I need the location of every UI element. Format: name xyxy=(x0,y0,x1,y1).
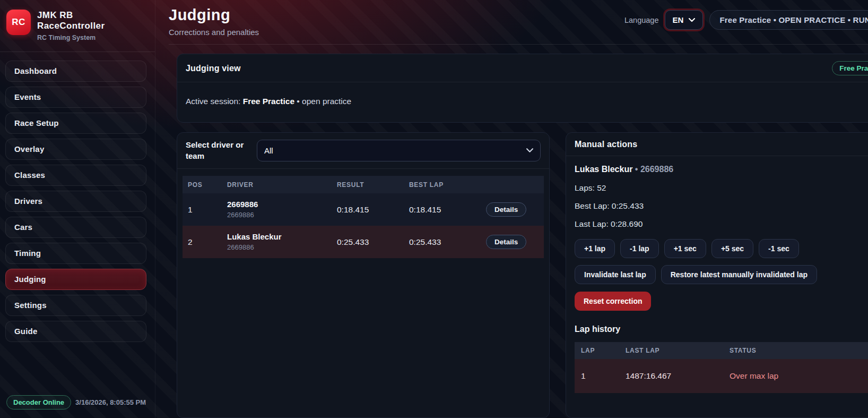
decoder-status-badge: Decoder Online xyxy=(6,395,71,410)
lap-history-header: LAP LAST LAP STATUS xyxy=(575,342,868,359)
header-controls: Language EN Free Practice • OPEN PRACTIC… xyxy=(624,6,868,30)
quick-button-minus1-lap[interactable]: -1 lap xyxy=(620,239,659,258)
judging-view-card: Judging view Free Practice Active sessio… xyxy=(177,54,868,123)
sidebar-nav: DashboardEventsRace SetupOverlayClassesD… xyxy=(0,52,155,347)
laps-stat: Laps: 52 xyxy=(575,183,868,193)
last-lap-stat: Last Lap: 0:28.690 xyxy=(575,219,868,229)
lap-history-row: 1 1487:16.467 Over max lap xyxy=(575,359,868,393)
details-button[interactable]: Details xyxy=(486,235,526,249)
col-lap: LAP xyxy=(581,347,626,354)
judging-view-title: Judging view xyxy=(186,64,241,73)
invalidate-last-lap-button[interactable]: Invalidate last lap xyxy=(575,265,656,284)
chevron-down-icon xyxy=(689,18,695,22)
judging-view-header: Judging view Free Practice xyxy=(177,54,868,82)
sidebar-item-guide[interactable]: Guide xyxy=(5,321,146,342)
sidebar-item-settings[interactable]: Settings xyxy=(5,295,146,316)
brand-title-line1: JMK RB xyxy=(37,10,105,21)
driver-table-row: 2 Lukas Bleckur 2669886 0:25.433 0:25.43… xyxy=(183,226,544,258)
language-select[interactable]: EN xyxy=(665,10,703,30)
page-head: Judging Corrections and penalties xyxy=(169,6,259,37)
driver-filter-row: Select driver or team All xyxy=(177,133,549,169)
logo-text: RC xyxy=(12,17,25,28)
sidebar-item-classes[interactable]: Classes xyxy=(5,165,146,186)
sidebar-item-judging[interactable]: Judging xyxy=(5,269,146,290)
manual-actions-header: Manual actions xyxy=(566,133,868,156)
sidebar-item-events[interactable]: Events xyxy=(5,87,146,108)
page-header: Judging Corrections and penalties Langua… xyxy=(169,6,868,45)
quick-correction-buttons: +1 lap-1 lap+1 sec+5 sec-1 sec xyxy=(575,239,868,258)
driver-filter-label: Select driver or team xyxy=(186,140,248,161)
driver-name: 2669886 xyxy=(227,200,337,210)
col-result: RESULT xyxy=(337,181,409,189)
lap-history-table: LAP LAST LAP STATUS 1 1487:16.467 Over m… xyxy=(575,342,868,393)
sidebar-item-timing[interactable]: Timing xyxy=(5,243,146,264)
language-label: Language xyxy=(624,16,659,24)
col-best-lap: BEST LAP xyxy=(409,181,486,189)
lap-history-title: Lap history xyxy=(575,325,868,334)
app-logo-icon: RC xyxy=(6,10,31,35)
active-session-suffix: • open practice xyxy=(294,97,351,106)
main-area: Judging Corrections and penalties Langua… xyxy=(155,0,868,418)
best-lap-stat: Best Lap: 0:25.433 xyxy=(575,201,868,211)
driver-name: Lukas Bleckur xyxy=(227,232,337,242)
free-practice-badge: Free Practice xyxy=(832,61,868,75)
sidebar-item-dashboard[interactable]: Dashboard xyxy=(5,61,146,82)
col-pos: POS xyxy=(188,181,227,189)
brand-subtitle: RC Timing System xyxy=(37,34,105,42)
sidebar-footer: Decoder Online 3/16/2026, 8:05:55 PM xyxy=(0,395,155,410)
quick-button-plus1-lap[interactable]: +1 lap xyxy=(575,239,615,258)
col-driver: DRIVER xyxy=(227,181,337,189)
page-subtitle: Corrections and penalties xyxy=(169,28,259,37)
col-status: STATUS xyxy=(730,347,868,354)
brand: RC JMK RB RaceController RC Timing Syste… xyxy=(0,8,155,52)
driver-table-row: 1 2669886 2669886 0:18.415 0:18.415 Deta… xyxy=(183,193,544,226)
driver-transponder: 2669886 xyxy=(227,211,337,219)
brand-title-line2: RaceController xyxy=(37,21,105,31)
clock-timestamp: 3/16/2026, 8:05:55 PM xyxy=(75,398,146,406)
quick-button-plus1-sec[interactable]: +1 sec xyxy=(664,239,706,258)
driver-filter-select-value: All xyxy=(264,146,273,155)
sidebar-item-drivers[interactable]: Drivers xyxy=(5,191,146,212)
active-session-line: Active session: Free Practice • open pra… xyxy=(177,82,868,122)
language-select-value: EN xyxy=(672,15,683,24)
app-window: RC JMK RB RaceController RC Timing Syste… xyxy=(0,0,868,418)
restore-invalidated-lap-button[interactable]: Restore latest manually invalidated lap xyxy=(661,265,817,284)
driver-table-header: POS DRIVER RESULT BEST LAP xyxy=(183,176,544,193)
driver-filter-select[interactable]: All xyxy=(257,140,541,161)
selected-driver-name: Lukas Bleckur xyxy=(575,165,632,174)
sidebar-item-race-setup[interactable]: Race Setup xyxy=(5,113,146,134)
session-status-badge: Free Practice • OPEN PRACTICE • RUNNING xyxy=(709,10,868,30)
driver-panel-card: Select driver or team All POS DRIVER xyxy=(177,132,550,418)
sidebar-item-overlay[interactable]: Overlay xyxy=(5,139,146,160)
sidebar: RC JMK RB RaceController RC Timing Syste… xyxy=(0,0,155,418)
active-session-name: Free Practice xyxy=(243,97,294,106)
manual-actions-card: Manual actions Lukas Bleckur • 2669886 L… xyxy=(566,132,868,418)
brand-text: JMK RB RaceController RC Timing System xyxy=(37,10,105,42)
reset-correction-button[interactable]: Reset correction xyxy=(575,292,651,311)
col-last-lap: LAST LAP xyxy=(626,347,730,354)
lap-correction-buttons: Invalidate last lap Restore latest manua… xyxy=(575,265,868,284)
chevron-down-icon xyxy=(526,148,533,153)
details-button[interactable]: Details xyxy=(486,202,526,217)
active-session-label: Active session: xyxy=(186,97,243,106)
page-title: Judging xyxy=(169,6,259,24)
selected-driver-number: • 2669886 xyxy=(632,165,673,174)
driver-table: POS DRIVER RESULT BEST LAP 1 2669886 266… xyxy=(183,176,544,258)
lap-status: Over max lap xyxy=(730,371,868,381)
selected-driver-line: Lukas Bleckur • 2669886 xyxy=(575,165,868,174)
sidebar-item-cars[interactable]: Cars xyxy=(5,217,146,238)
quick-button-plus5-sec[interactable]: +5 sec xyxy=(711,239,753,258)
driver-transponder: 2669886 xyxy=(227,243,337,252)
quick-button-minus1-sec[interactable]: -1 sec xyxy=(759,239,799,258)
manual-actions-title: Manual actions xyxy=(575,140,637,149)
